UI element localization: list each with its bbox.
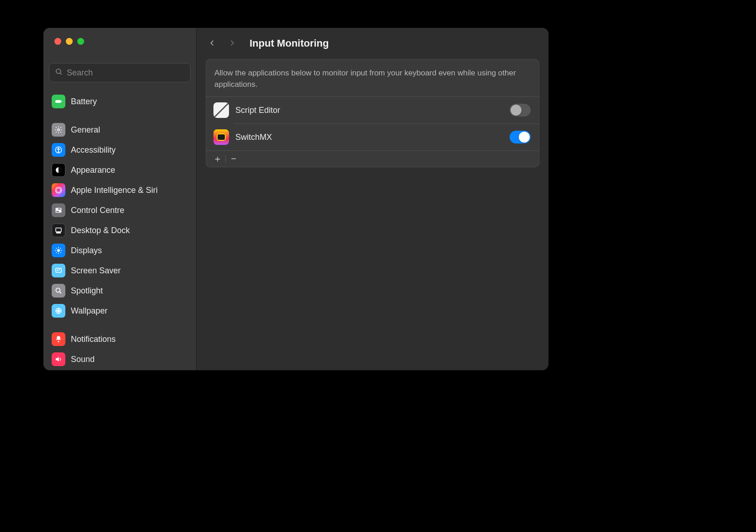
svg-rect-14 (56, 228, 61, 232)
chevron-right-icon (229, 38, 236, 49)
sidebar-item-label: Apple Intelligence & Siri (71, 186, 158, 194)
svg-point-0 (56, 69, 61, 74)
sidebar-item-label: Wallpaper (71, 307, 107, 315)
sidebar-item-label: Sound (71, 355, 95, 363)
sidebar-item-label: Spotlight (71, 287, 103, 295)
svg-rect-15 (57, 232, 61, 233)
sidebar-item-notifications[interactable]: Notifications (48, 329, 192, 349)
sidebar-item-screen-saver[interactable]: Screen Saver (48, 261, 192, 281)
sidebar-item-spotlight[interactable]: Spotlight (48, 281, 192, 301)
svg-point-26 (57, 270, 58, 271)
svg-line-21 (56, 248, 57, 249)
sidebar-item-label: Control Centre (71, 206, 124, 214)
add-app-button[interactable]: ＋ (210, 153, 225, 165)
gear-icon (52, 123, 65, 137)
sidebar-item-accessibility[interactable]: Accessibility (48, 140, 192, 160)
notifications-icon (52, 332, 65, 346)
toggle-script-editor[interactable] (510, 104, 531, 117)
spotlight-icon (52, 284, 65, 298)
svg-point-32 (58, 341, 59, 342)
sidebar-item-label: Accessibility (71, 146, 116, 154)
svg-line-23 (56, 252, 57, 253)
sidebar-item-label: Notifications (71, 335, 116, 343)
sidebar-item-appearance[interactable]: Appearance (48, 160, 192, 180)
svg-point-8 (57, 188, 61, 192)
sidebar-nav: Battery General Accessibility (43, 86, 196, 370)
script-editor-icon (213, 102, 229, 118)
desktop-dock-icon (52, 223, 65, 237)
app-name-label: Script Editor (235, 106, 503, 115)
sidebar-item-apple-intelligence-siri[interactable]: Apple Intelligence & Siri (48, 180, 192, 200)
search-field[interactable] (49, 63, 191, 82)
input-monitoring-panel: Allow the applications below to monitor … (206, 59, 539, 167)
panel-description: Allow the applications below to monitor … (206, 59, 539, 97)
window-controls (43, 28, 196, 53)
screen-saver-icon (52, 264, 65, 277)
svg-rect-25 (56, 268, 61, 272)
system-settings-window: Battery General Accessibility (43, 28, 548, 370)
appearance-icon (52, 163, 65, 177)
content-header: Input Monitoring (197, 28, 548, 59)
minus-icon: − (231, 154, 236, 164)
svg-line-1 (60, 73, 62, 74)
accessibility-icon (52, 143, 65, 157)
svg-point-4 (58, 129, 60, 131)
control-centre-icon (52, 203, 65, 217)
wallpaper-icon (52, 304, 65, 318)
svg-point-6 (58, 148, 59, 149)
svg-point-13 (59, 211, 60, 212)
sidebar-item-label: General (71, 126, 100, 134)
app-row-script-editor[interactable]: Script Editor (206, 97, 539, 123)
search-icon (55, 68, 63, 78)
svg-point-16 (57, 249, 60, 252)
back-button[interactable] (203, 34, 221, 53)
svg-point-28 (56, 288, 60, 292)
app-row-switchmx[interactable]: SwitchMX (206, 124, 539, 150)
chevron-left-icon (208, 38, 216, 49)
svg-line-24 (60, 248, 61, 249)
zoom-button[interactable] (77, 38, 84, 45)
page-title: Input Monitoring (250, 37, 329, 49)
sidebar-item-label: Displays (71, 246, 102, 255)
plus-icon: ＋ (213, 153, 222, 165)
svg-point-31 (58, 310, 59, 312)
sidebar-item-displays[interactable]: Displays (48, 240, 192, 261)
siri-icon (52, 183, 65, 197)
sidebar-item-wallpaper[interactable]: Wallpaper (48, 301, 192, 321)
close-button[interactable] (54, 38, 61, 45)
svg-point-12 (57, 208, 58, 209)
sidebar: Battery General Accessibility (43, 28, 197, 370)
svg-line-22 (60, 252, 61, 253)
sidebar-item-label: Screen Saver (71, 266, 121, 275)
content-pane: Input Monitoring Allow the applications … (197, 28, 548, 370)
panel-footer: ＋ − (206, 150, 539, 167)
minimize-button[interactable] (66, 38, 73, 45)
sidebar-item-label: Desktop & Dock (71, 226, 130, 234)
sound-icon (52, 352, 65, 366)
app-name-label: SwitchMX (235, 133, 503, 142)
forward-button[interactable] (223, 34, 241, 53)
switchmx-icon (213, 129, 229, 145)
sidebar-item-sound[interactable]: Sound (48, 349, 192, 369)
displays-icon (52, 244, 65, 257)
sidebar-item-general[interactable]: General (48, 120, 192, 140)
sidebar-item-label: Battery (71, 97, 97, 106)
battery-icon (52, 95, 65, 108)
sidebar-item-desktop-dock[interactable]: Desktop & Dock (48, 220, 192, 240)
search-input[interactable] (67, 68, 185, 78)
svg-point-27 (59, 269, 60, 270)
svg-line-29 (59, 292, 61, 293)
sidebar-item-control-centre[interactable]: Control Centre (48, 200, 192, 220)
svg-rect-3 (61, 101, 62, 102)
toggle-switchmx[interactable] (510, 131, 531, 144)
sidebar-item-battery[interactable]: Battery (48, 91, 192, 112)
remove-app-button[interactable]: − (226, 153, 241, 165)
sidebar-item-label: Appearance (71, 166, 115, 174)
svg-rect-2 (55, 100, 61, 103)
